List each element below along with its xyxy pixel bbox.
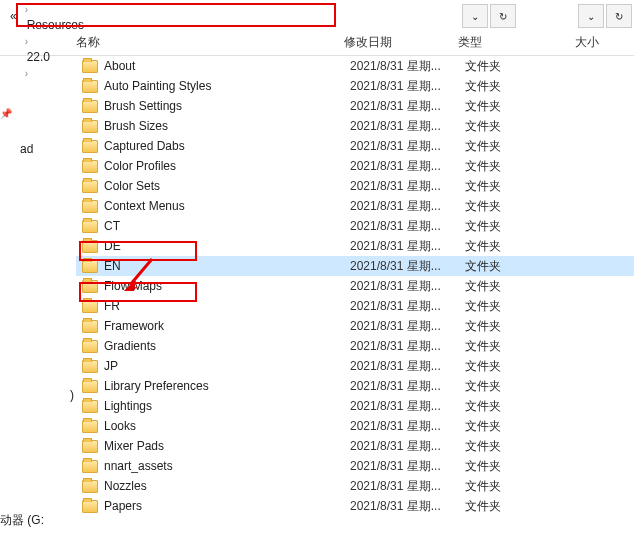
folder-type: 文件夹 bbox=[465, 58, 583, 75]
pin-icon: 📌 bbox=[0, 108, 12, 119]
addr-dropdown-button-2[interactable]: ⌄ bbox=[578, 4, 604, 28]
nav-pane[interactable]: ad ) bbox=[20, 56, 76, 516]
nav-item[interactable]: ad bbox=[20, 140, 76, 166]
folder-icon bbox=[82, 460, 98, 473]
folder-date: 2021/8/31 星期... bbox=[350, 458, 465, 475]
folder-row[interactable]: DE2021/8/31 星期...文件夹 bbox=[76, 236, 634, 256]
folder-type: 文件夹 bbox=[465, 238, 583, 255]
folder-icon bbox=[82, 300, 98, 313]
folder-date: 2021/8/31 星期... bbox=[350, 98, 465, 115]
left-strip: 📌 bbox=[0, 56, 20, 516]
folder-type: 文件夹 bbox=[465, 318, 583, 335]
breadcrumb-prefix[interactable]: « bbox=[6, 7, 21, 25]
folder-row[interactable]: Context Menus2021/8/31 星期...文件夹 bbox=[76, 196, 634, 216]
folder-name: Nozzles bbox=[104, 479, 350, 493]
folder-type: 文件夹 bbox=[465, 398, 583, 415]
folder-icon bbox=[82, 280, 98, 293]
folder-row[interactable]: CT2021/8/31 星期...文件夹 bbox=[76, 216, 634, 236]
folder-icon bbox=[82, 440, 98, 453]
folder-date: 2021/8/31 星期... bbox=[350, 78, 465, 95]
folder-date: 2021/8/31 星期... bbox=[350, 58, 465, 75]
folder-type: 文件夹 bbox=[465, 498, 583, 515]
folder-row[interactable]: Color Sets2021/8/31 星期...文件夹 bbox=[76, 176, 634, 196]
folder-row[interactable]: Papers2021/8/31 星期...文件夹 bbox=[76, 496, 634, 516]
folder-icon bbox=[82, 380, 98, 393]
breadcrumb[interactable]: « Corel›Painter 2022›Resources›22.0› bbox=[2, 3, 460, 29]
folder-type: 文件夹 bbox=[465, 98, 583, 115]
folder-name: Context Menus bbox=[104, 199, 350, 213]
breadcrumb-item[interactable]: Painter 2022 bbox=[23, 0, 99, 2]
folder-icon bbox=[82, 200, 98, 213]
folder-date: 2021/8/31 星期... bbox=[350, 358, 465, 375]
folder-date: 2021/8/31 星期... bbox=[350, 418, 465, 435]
breadcrumb-item[interactable]: Resources bbox=[23, 16, 99, 34]
folder-date: 2021/8/31 星期... bbox=[350, 198, 465, 215]
folder-row[interactable]: Auto Painting Styles2021/8/31 星期...文件夹 bbox=[76, 76, 634, 96]
folder-icon bbox=[82, 80, 98, 93]
folder-date: 2021/8/31 星期... bbox=[350, 238, 465, 255]
folder-row[interactable]: Framework2021/8/31 星期...文件夹 bbox=[76, 316, 634, 336]
column-header-type[interactable]: 类型 bbox=[458, 34, 575, 51]
folder-name: DE bbox=[104, 239, 350, 253]
folder-date: 2021/8/31 星期... bbox=[350, 258, 465, 275]
column-header-date[interactable]: 修改日期 bbox=[344, 34, 458, 51]
folder-name: EN bbox=[104, 259, 350, 273]
folder-date: 2021/8/31 星期... bbox=[350, 218, 465, 235]
folder-type: 文件夹 bbox=[465, 278, 583, 295]
folder-row[interactable]: About2021/8/31 星期...文件夹 bbox=[76, 56, 634, 76]
folder-row[interactable]: Library Preferences2021/8/31 星期...文件夹 bbox=[76, 376, 634, 396]
folder-date: 2021/8/31 星期... bbox=[350, 338, 465, 355]
drive-label[interactable]: 动器 (G: bbox=[0, 512, 44, 529]
folder-icon bbox=[82, 320, 98, 333]
folder-name: Mixer Pads bbox=[104, 439, 350, 453]
folder-row[interactable]: Mixer Pads2021/8/31 星期...文件夹 bbox=[76, 436, 634, 456]
folder-date: 2021/8/31 星期... bbox=[350, 438, 465, 455]
folder-date: 2021/8/31 星期... bbox=[350, 318, 465, 335]
folder-date: 2021/8/31 星期... bbox=[350, 178, 465, 195]
folder-type: 文件夹 bbox=[465, 478, 583, 495]
folder-date: 2021/8/31 星期... bbox=[350, 478, 465, 495]
file-list[interactable]: About2021/8/31 星期...文件夹Auto Painting Sty… bbox=[76, 56, 634, 516]
folder-row[interactable]: Brush Settings2021/8/31 星期...文件夹 bbox=[76, 96, 634, 116]
folder-date: 2021/8/31 星期... bbox=[350, 298, 465, 315]
address-bar: « Corel›Painter 2022›Resources›22.0› ⌄ ↻… bbox=[0, 0, 634, 30]
chevron-right-icon: › bbox=[23, 4, 30, 15]
folder-row[interactable]: Gradients2021/8/31 星期...文件夹 bbox=[76, 336, 634, 356]
folder-name: Lightings bbox=[104, 399, 350, 413]
folder-name: Color Sets bbox=[104, 179, 350, 193]
folder-icon bbox=[82, 140, 98, 153]
refresh-button-2[interactable]: ↻ bbox=[606, 4, 632, 28]
folder-type: 文件夹 bbox=[465, 418, 583, 435]
folder-type: 文件夹 bbox=[465, 458, 583, 475]
refresh-button[interactable]: ↻ bbox=[490, 4, 516, 28]
folder-row[interactable]: Brush Sizes2021/8/31 星期...文件夹 bbox=[76, 116, 634, 136]
folder-row[interactable]: Captured Dabs2021/8/31 星期...文件夹 bbox=[76, 136, 634, 156]
folder-row[interactable]: nnart_assets2021/8/31 星期...文件夹 bbox=[76, 456, 634, 476]
folder-icon bbox=[82, 180, 98, 193]
folder-row[interactable]: EN2021/8/31 星期...文件夹 bbox=[76, 256, 634, 276]
folder-row[interactable]: Color Profiles2021/8/31 星期...文件夹 bbox=[76, 156, 634, 176]
folder-name: About bbox=[104, 59, 350, 73]
column-header-name[interactable]: 名称 bbox=[76, 34, 344, 51]
folder-type: 文件夹 bbox=[465, 198, 583, 215]
folder-row[interactable]: Nozzles2021/8/31 星期...文件夹 bbox=[76, 476, 634, 496]
folder-date: 2021/8/31 星期... bbox=[350, 498, 465, 515]
folder-icon bbox=[82, 160, 98, 173]
folder-type: 文件夹 bbox=[465, 158, 583, 175]
folder-type: 文件夹 bbox=[465, 78, 583, 95]
folder-name: Flow Maps bbox=[104, 279, 350, 293]
folder-type: 文件夹 bbox=[465, 258, 583, 275]
folder-icon bbox=[82, 100, 98, 113]
folder-row[interactable]: JP2021/8/31 星期...文件夹 bbox=[76, 356, 634, 376]
folder-row[interactable]: Lightings2021/8/31 星期...文件夹 bbox=[76, 396, 634, 416]
folder-row[interactable]: Looks2021/8/31 星期...文件夹 bbox=[76, 416, 634, 436]
folder-icon bbox=[82, 220, 98, 233]
column-header-size[interactable]: 大小 bbox=[575, 34, 634, 51]
folder-row[interactable]: Flow Maps2021/8/31 星期...文件夹 bbox=[76, 276, 634, 296]
folder-name: Color Profiles bbox=[104, 159, 350, 173]
folder-type: 文件夹 bbox=[465, 338, 583, 355]
addr-dropdown-button[interactable]: ⌄ bbox=[462, 4, 488, 28]
folder-row[interactable]: FR2021/8/31 星期...文件夹 bbox=[76, 296, 634, 316]
folder-name: JP bbox=[104, 359, 350, 373]
folder-name: CT bbox=[104, 219, 350, 233]
